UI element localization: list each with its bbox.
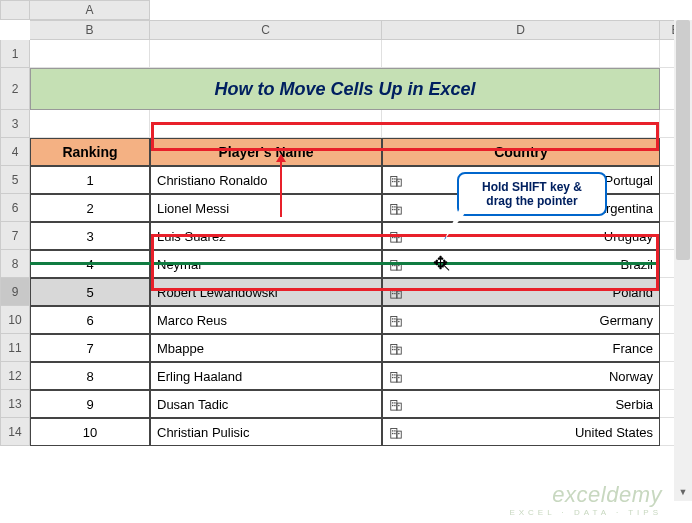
svg-rect-5	[394, 181, 395, 182]
col-header-d[interactable]: D	[382, 20, 660, 40]
row-header-4[interactable]: 4	[0, 138, 30, 166]
cell-ranking[interactable]: 10	[30, 418, 150, 446]
svg-rect-68	[394, 433, 395, 434]
svg-rect-8	[397, 207, 401, 214]
svg-rect-3	[394, 178, 395, 179]
title-cell[interactable]: How to Move Cells Up in Excel	[30, 68, 660, 110]
cell-c1[interactable]	[150, 40, 382, 68]
svg-rect-1	[397, 179, 401, 186]
svg-rect-15	[397, 235, 401, 242]
cell-ranking[interactable]: 8	[30, 362, 150, 390]
cell-ranking[interactable]: 9	[30, 390, 150, 418]
vertical-scrollbar[interactable]: ▼	[674, 20, 692, 501]
row-header-6[interactable]: 6	[0, 194, 30, 222]
cell-player[interactable]: Christian Pulisic	[150, 418, 382, 446]
svg-rect-58	[392, 402, 393, 403]
row-header-2[interactable]: 2	[0, 68, 30, 110]
col-header-c[interactable]: C	[150, 20, 382, 40]
cell-country[interactable]: Norway	[382, 362, 660, 390]
cell-ranking[interactable]: 1	[30, 166, 150, 194]
spreadsheet-grid: A B C D E	[0, 0, 692, 40]
col-header-b[interactable]: B	[30, 20, 150, 40]
table-row: 12 8 Erling Haaland Norway	[0, 362, 692, 390]
svg-rect-41	[398, 321, 399, 322]
watermark-subtext: EXCEL · DATA · TIPS	[509, 508, 662, 517]
cell-country[interactable]: Poland	[382, 278, 660, 306]
row-header-5[interactable]: 5	[0, 166, 30, 194]
row-header-10[interactable]: 10	[0, 306, 30, 334]
row-header-8[interactable]: 8	[0, 250, 30, 278]
building-icon	[389, 201, 403, 215]
row-header-14[interactable]: 14	[0, 418, 30, 446]
header-ranking[interactable]: Ranking	[30, 138, 150, 166]
header-player[interactable]: Player's Name	[150, 138, 382, 166]
row-header-7[interactable]: 7	[0, 222, 30, 250]
cell-country[interactable]: Germany	[382, 306, 660, 334]
svg-rect-39	[392, 321, 393, 322]
table-row: 7 3 Luis Suarez Uruguay	[0, 222, 692, 250]
cell-ranking[interactable]: 6	[30, 306, 150, 334]
svg-rect-66	[394, 430, 395, 431]
building-icon	[389, 313, 403, 327]
svg-rect-50	[397, 375, 401, 382]
svg-rect-0	[391, 177, 397, 187]
cell-ranking[interactable]: 3	[30, 222, 150, 250]
svg-rect-40	[394, 321, 395, 322]
svg-rect-17	[394, 234, 395, 235]
svg-rect-10	[394, 206, 395, 207]
svg-rect-49	[391, 373, 397, 383]
row-header-3[interactable]: 3	[0, 110, 30, 138]
row-header-11[interactable]: 11	[0, 334, 30, 362]
row-header-9[interactable]: 9	[0, 278, 30, 306]
svg-rect-27	[398, 265, 399, 266]
cell-d3[interactable]	[382, 110, 660, 138]
cell-country[interactable]: United States	[382, 418, 660, 446]
building-icon	[389, 173, 403, 187]
cell-c3[interactable]	[150, 110, 382, 138]
svg-rect-43	[397, 347, 401, 354]
cell-country[interactable]: France	[382, 334, 660, 362]
row-header-1[interactable]: 1	[0, 40, 30, 68]
cell-player[interactable]: Mbappe	[150, 334, 382, 362]
svg-rect-67	[392, 433, 393, 434]
cell-player[interactable]: Christiano Ronaldo	[150, 166, 382, 194]
row-header-13[interactable]: 13	[0, 390, 30, 418]
table-row: 13 9 Dusan Tadic Serbia	[0, 390, 692, 418]
cell-player[interactable]: Lionel Messi	[150, 194, 382, 222]
svg-rect-37	[392, 318, 393, 319]
scrollbar-thumb[interactable]	[676, 20, 690, 260]
cell-player[interactable]: Luis Suarez	[150, 222, 382, 250]
svg-rect-56	[391, 401, 397, 411]
table-row: 11 7 Mbappe France	[0, 334, 692, 362]
cell-player[interactable]: Marco Reus	[150, 306, 382, 334]
cell-player[interactable]: Robert Lewandowski	[150, 278, 382, 306]
svg-rect-16	[392, 234, 393, 235]
svg-rect-59	[394, 402, 395, 403]
cell-ranking[interactable]: 7	[30, 334, 150, 362]
svg-rect-9	[392, 206, 393, 207]
building-icon	[389, 397, 403, 411]
svg-rect-55	[398, 377, 399, 378]
svg-rect-7	[391, 205, 397, 215]
sheet-body: 1 2 How to Move Cells Up in Excel 3 4 Ra…	[0, 40, 692, 166]
cell-player[interactable]: Dusan Tadic	[150, 390, 382, 418]
watermark-logo: exceldemy EXCEL · DATA · TIPS	[509, 482, 662, 517]
cell-player[interactable]: Erling Haaland	[150, 362, 382, 390]
cell-b1[interactable]	[30, 40, 150, 68]
svg-rect-6	[398, 181, 399, 182]
watermark-text: exceldemy	[509, 482, 662, 508]
cell-ranking[interactable]: 2	[30, 194, 150, 222]
scrollbar-down-arrow[interactable]: ▼	[674, 483, 692, 501]
svg-rect-32	[392, 293, 393, 294]
row-header-12[interactable]: 12	[0, 362, 30, 390]
col-header-a[interactable]: A	[30, 0, 150, 20]
svg-rect-46	[392, 349, 393, 350]
cell-country[interactable]: Uruguay	[382, 222, 660, 250]
cell-ranking[interactable]: 5	[30, 278, 150, 306]
svg-rect-28	[391, 289, 397, 299]
header-country[interactable]: Country	[382, 138, 660, 166]
select-all-corner[interactable]	[0, 0, 30, 20]
cell-b3[interactable]	[30, 110, 150, 138]
cell-country[interactable]: Serbia	[382, 390, 660, 418]
cell-d1[interactable]	[382, 40, 660, 68]
